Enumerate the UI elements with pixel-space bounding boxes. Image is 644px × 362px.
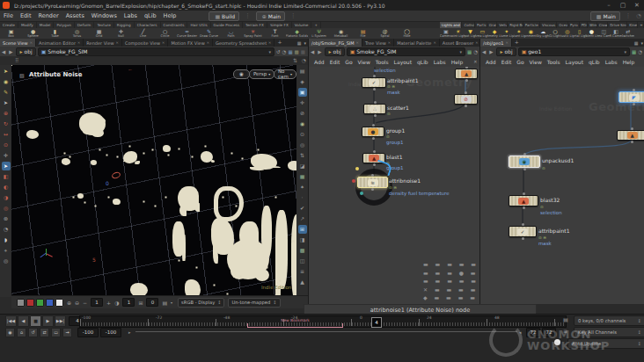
close-tab-icon[interactable]: ✕ [356, 40, 359, 45]
shelf-tab[interactable]: Collisions [462, 22, 475, 28]
maximize-button[interactable]: ▢ [616, 2, 630, 9]
node-upstream-delete[interactable]: ⊘ [454, 94, 478, 105]
shape-palette-row[interactable]: ▬ ▬ ▬ ▬ ▬ ◂ [423, 277, 480, 286]
node-file-source[interactable]: ▲ [617, 130, 644, 141]
node-blast32[interactable]: ▲ [509, 195, 538, 206]
pane-tab[interactable]: Tree View✕ [362, 39, 394, 47]
viewport-tool-icon[interactable]: ➤ [2, 67, 11, 76]
back-icon[interactable]: ◀ [480, 49, 487, 54]
global-end-field[interactable]: 72 [542, 328, 556, 337]
network-menu-item[interactable]: Add [311, 59, 327, 65]
shelf-tool[interactable]: ▤ File [352, 28, 374, 39]
shape-palette-row[interactable]: ▬ ▬ ▬ ● ▬ ▬ [423, 269, 480, 278]
realtime-toggle-icon[interactable]: ◉ [5, 328, 15, 337]
context-chip[interactable]: ▸obj [16, 47, 35, 56]
clock-icon[interactable]: ◔ [638, 49, 642, 54]
undo-snapshot-icon[interactable]: ↺ [276, 49, 281, 54]
global-start-field[interactable]: -100 [77, 328, 99, 337]
shelf-tab[interactable]: Create [0, 22, 18, 28]
camera-persp-pill[interactable]: Persp▾ [249, 69, 274, 79]
viewport-tool-icon[interactable]: ◨ [298, 235, 307, 244]
menu-item[interactable]: qLib [141, 12, 160, 19]
close-tab-icon[interactable]: ✕ [475, 40, 478, 45]
viewport-tool-icon[interactable]: ◈ [298, 77, 307, 86]
shelf-tab[interactable]: KineFX [627, 22, 638, 28]
viewport-tool-icon[interactable]: ↗ [298, 214, 307, 223]
shelf-tool[interactable]: ▼ Spot Light [465, 28, 477, 39]
viewport-tool-icon[interactable]: ⌖ [2, 246, 11, 255]
shelf-tab[interactable]: Polygon [54, 22, 74, 28]
menu-item[interactable]: Edit [17, 12, 35, 19]
shelf-tool[interactable]: ☀ Point Light [452, 28, 465, 39]
help-clock-icon[interactable]: ◔ [633, 12, 644, 19]
menu-item[interactable]: File [0, 12, 17, 19]
swatch-red-icon[interactable] [26, 299, 34, 307]
viewport-tool-icon[interactable]: ◎ [2, 257, 11, 265]
viewport-tool-icon[interactable]: ≡ [298, 267, 307, 276]
shelf-tab[interactable]: Viscous Fluids [540, 22, 557, 28]
viewport-tool-icon[interactable]: ✶ [298, 183, 307, 192]
viewport-tool-icon[interactable]: ⇅ [298, 151, 307, 160]
new-tab-button[interactable]: + [274, 39, 284, 47]
pane-maximize-icon[interactable]: ▦ [297, 40, 302, 46]
forward-icon[interactable]: ▶ [316, 49, 323, 54]
close-tab-icon[interactable]: ✕ [30, 40, 33, 45]
shelf-tool[interactable]: ◆ Platonic Solids [286, 28, 308, 39]
drag-grip-icon[interactable]: ⠿ [15, 57, 18, 63]
menu-item[interactable]: Assets [62, 12, 88, 19]
pane-tab[interactable]: Motion FX View✕ [168, 39, 213, 47]
shelf-tab[interactable]: Deform [75, 22, 95, 28]
list-icon[interactable]: ≡ [563, 328, 567, 334]
stop-button[interactable]: ■ [30, 315, 41, 327]
forward-icon[interactable]: ▶ [487, 49, 494, 54]
shelf-tool[interactable]: ✛ Null [110, 28, 132, 39]
shelf-tool[interactable]: Ψ L-System [308, 28, 330, 39]
snap-toggle-icon[interactable]: ⇅ [293, 57, 297, 63]
swatch-bg-icon[interactable] [17, 299, 25, 307]
shelf-tool[interactable]: ◧ VR Camera [610, 28, 622, 39]
network-canvas[interactable]: Indie Edition Geometry ◤ ▲ ◉ unpackusd1 … [480, 67, 644, 304]
viewport-tool-icon[interactable]: ⊛ [2, 214, 11, 223]
gain-plus-icon[interactable]: + [106, 300, 111, 306]
shelf-tool[interactable]: ◎ Caustic Light [561, 28, 574, 39]
menu-item[interactable]: Windows [88, 12, 121, 19]
playback-start-field[interactable]: -100 [100, 328, 121, 337]
network-menu-item[interactable]: Tools [373, 59, 392, 65]
close-tab-icon[interactable]: ✕ [268, 40, 271, 45]
close-tab-icon[interactable]: ✕ [207, 40, 209, 45]
viewport-tool-icon[interactable]: ⊘ [298, 109, 307, 118]
pane-tab[interactable]: Animation Editor✕ [36, 39, 84, 47]
shelf-tab[interactable]: Crowds [597, 22, 609, 28]
network-menu-item[interactable]: View [355, 59, 373, 65]
step-mode-icon[interactable]: → [62, 328, 72, 337]
network-menu-item[interactable]: Go [514, 59, 526, 65]
tonemap-dropdown[interactable]: Un-tone-mapped↕ [228, 298, 280, 308]
network-menu-item[interactable]: Tools [545, 59, 563, 65]
pane-tab[interactable]: Render View✕ [84, 39, 122, 47]
network-menu-item[interactable]: Edit [499, 59, 515, 65]
shelf-tool[interactable]: ◡ Path [220, 28, 242, 39]
node-attribpaint1[interactable]: ✓ [362, 77, 386, 88]
viewport-tool-icon[interactable]: ◉ [298, 119, 307, 128]
shelf-tab[interactable]: + [311, 22, 321, 28]
gamma-field[interactable]: 1 [122, 298, 135, 307]
viewport-tool-icon[interactable]: ➤ [2, 162, 11, 170]
swatch-white-icon[interactable] [55, 299, 63, 307]
node-attribnoise1[interactable]: ≋ [357, 177, 388, 188]
network-menu-item[interactable]: Labs [603, 59, 620, 65]
shelf-tab[interactable]: Model [37, 22, 55, 28]
viewport-tool-icon[interactable]: ✎ [2, 88, 11, 97]
shelf-tab[interactable]: Particle Fluids [523, 22, 540, 28]
shelf-tool[interactable]: ▯ Portal Light [574, 28, 586, 39]
gain-field[interactable]: 1 [91, 298, 103, 307]
shelf-tool[interactable]: ● Sphere [22, 28, 44, 39]
close-tab-icon[interactable]: ✕ [388, 40, 391, 45]
chevron-down-icon[interactable]: ▾ [624, 49, 626, 54]
back-icon[interactable]: ◀ [0, 49, 7, 54]
snapshot-icon[interactable]: ▦ [467, 49, 472, 54]
shelf-tool[interactable]: ☁ Sky Light [537, 28, 549, 39]
network-menu-item[interactable]: Add [483, 59, 499, 65]
swatch-blue-icon[interactable] [46, 299, 54, 307]
network-menu-item[interactable]: Go [342, 59, 355, 65]
shelf-tool[interactable]: ╱ Line [132, 28, 154, 39]
